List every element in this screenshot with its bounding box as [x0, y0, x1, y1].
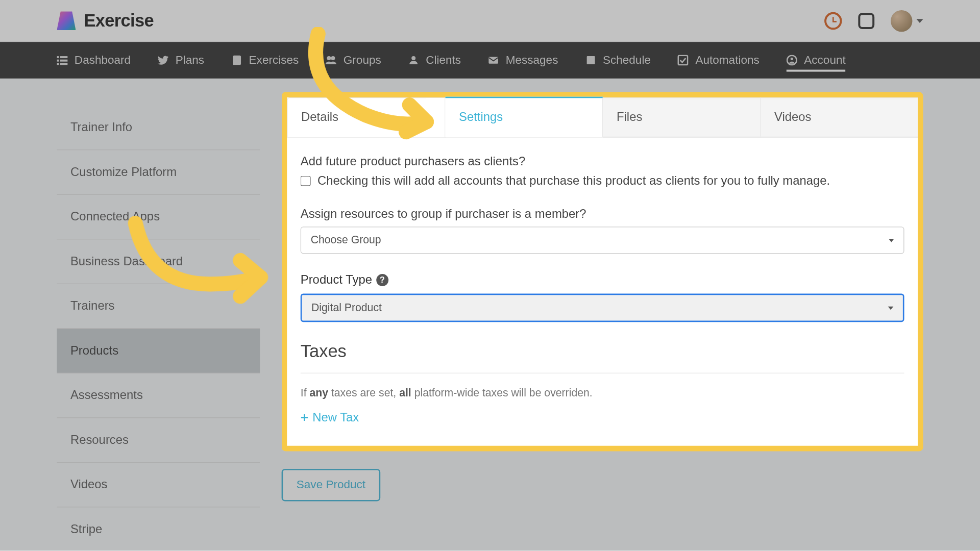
- save-product-button[interactable]: Save Product: [282, 469, 381, 502]
- nav-account[interactable]: Account: [787, 54, 846, 72]
- nav-label: Groups: [344, 54, 381, 67]
- product-type-value: Digital Product: [311, 302, 382, 314]
- nav-automations[interactable]: Automations: [678, 54, 760, 67]
- tab-files[interactable]: Files: [603, 97, 761, 137]
- nav-label: Clients: [426, 54, 461, 67]
- account-sidebar: Trainer Info Customize Platform Connecte…: [57, 79, 260, 551]
- product-settings-panel: Details Settings Files Videos Add future…: [282, 92, 923, 451]
- nav-label: Plans: [176, 54, 204, 67]
- new-tax-label: New Tax: [312, 411, 359, 425]
- tab-settings[interactable]: Settings: [446, 97, 603, 138]
- svg-point-7: [327, 56, 331, 60]
- nav-schedule[interactable]: Schedule: [585, 54, 650, 67]
- nav-exercises[interactable]: Exercises: [231, 54, 299, 67]
- assign-group-label: Assign resources to group if purchaser i…: [301, 207, 904, 221]
- envelope-icon: [488, 55, 499, 65]
- sidebar-item-resources[interactable]: Resources: [57, 418, 260, 463]
- users-icon: [326, 55, 336, 65]
- user-icon: [408, 55, 419, 65]
- svg-point-9: [411, 56, 415, 60]
- svg-rect-10: [489, 57, 499, 63]
- sidebar-item-assessments[interactable]: Assessments: [57, 373, 260, 418]
- nav-label: Dashboard: [75, 54, 131, 67]
- sidebar-item-products[interactable]: Products: [57, 329, 260, 373]
- taxes-heading: Taxes: [301, 341, 904, 362]
- nav-groups[interactable]: Groups: [326, 54, 381, 67]
- checkbox-icon[interactable]: [858, 13, 874, 29]
- product-type-select[interactable]: Digital Product: [301, 293, 904, 322]
- check-square-icon: [678, 55, 689, 65]
- nav-label: Schedule: [603, 54, 651, 67]
- svg-rect-0: [57, 56, 59, 58]
- sidebar-item-trainers[interactable]: Trainers: [57, 284, 260, 329]
- nav-label: Messages: [506, 54, 558, 67]
- svg-rect-6: [233, 56, 241, 65]
- divider: [301, 373, 904, 373]
- user-menu[interactable]: [891, 10, 923, 31]
- brand-name: Exercise: [84, 10, 154, 31]
- bird-icon: [158, 55, 168, 65]
- product-type-label: Product Type: [301, 272, 372, 287]
- svg-rect-5: [60, 63, 68, 65]
- book-icon: [585, 55, 596, 65]
- group-select-value: Choose Group: [311, 234, 381, 246]
- clock-icon[interactable]: [824, 12, 842, 29]
- chevron-down-icon: [888, 306, 894, 310]
- svg-rect-1: [57, 60, 59, 62]
- note-icon: [231, 55, 242, 65]
- svg-point-14: [791, 58, 793, 60]
- brand-logo[interactable]: Exercise: [57, 10, 154, 31]
- logo-icon: [57, 11, 76, 30]
- svg-rect-12: [678, 56, 688, 65]
- tab-details[interactable]: Details: [287, 97, 445, 137]
- tab-videos[interactable]: Videos: [761, 97, 918, 137]
- nav-label: Account: [804, 54, 845, 67]
- add-purchasers-help: Checking this will add all accounts that…: [317, 174, 830, 188]
- sidebar-item-connected-apps[interactable]: Connected Apps: [57, 195, 260, 240]
- sidebar-item-trainer-info[interactable]: Trainer Info: [57, 106, 260, 151]
- help-icon[interactable]: ?: [376, 273, 388, 286]
- nav-dashboard[interactable]: Dashboard: [57, 54, 131, 67]
- sidebar-item-customize-platform[interactable]: Customize Platform: [57, 150, 260, 195]
- svg-rect-3: [60, 56, 68, 58]
- account-icon: [787, 55, 797, 65]
- nav-plans[interactable]: Plans: [158, 54, 204, 67]
- avatar: [891, 10, 912, 31]
- svg-rect-4: [60, 60, 68, 62]
- new-tax-button[interactable]: + New Tax: [301, 410, 904, 425]
- add-purchasers-checkbox[interactable]: [301, 176, 311, 186]
- svg-rect-2: [57, 63, 59, 65]
- nav-clients[interactable]: Clients: [408, 54, 461, 67]
- nav-label: Exercises: [249, 54, 299, 67]
- sidebar-item-business-dashboard[interactable]: Business Dashboard: [57, 239, 260, 284]
- list-icon: [57, 55, 67, 65]
- add-purchasers-label: Add future product purchasers as clients…: [301, 154, 904, 168]
- group-select[interactable]: Choose Group: [301, 227, 904, 254]
- svg-rect-11: [586, 56, 595, 64]
- svg-point-8: [331, 56, 335, 60]
- taxes-note: If any taxes are set, all platform-wide …: [301, 387, 904, 399]
- chevron-down-icon: [889, 238, 894, 242]
- sidebar-item-videos[interactable]: Videos: [57, 463, 260, 508]
- sidebar-item-stripe[interactable]: Stripe: [57, 508, 260, 552]
- nav-messages[interactable]: Messages: [488, 54, 558, 67]
- plus-icon: +: [301, 410, 308, 425]
- nav-label: Automations: [695, 54, 759, 67]
